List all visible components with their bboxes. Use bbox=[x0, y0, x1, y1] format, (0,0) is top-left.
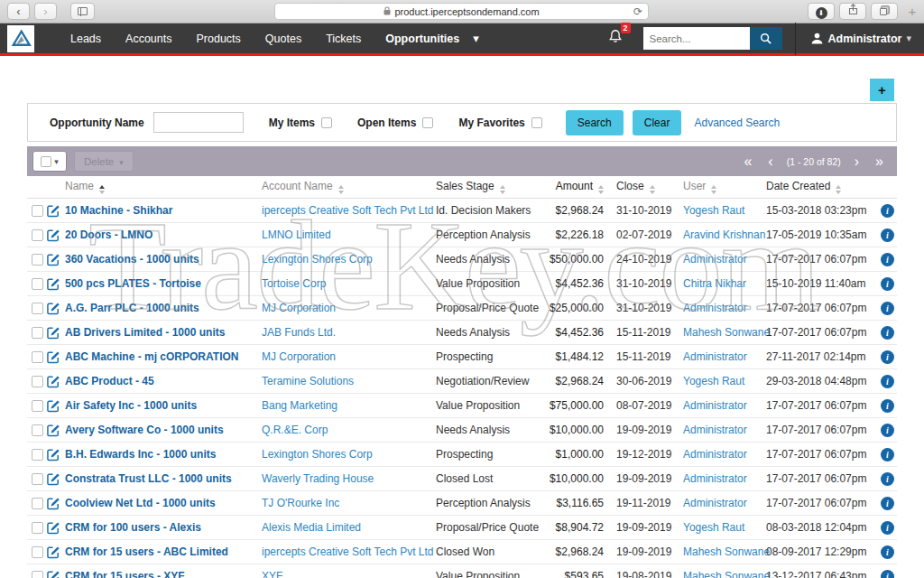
edit-icon[interactable] bbox=[47, 204, 60, 218]
opportunity-name-link[interactable]: 10 Machine - Shikhar bbox=[65, 204, 172, 217]
row-checkbox[interactable] bbox=[32, 327, 43, 339]
opportunity-name-link[interactable]: Coolview Net Ltd - 1000 units bbox=[65, 497, 216, 509]
account-name-link[interactable]: XYF bbox=[262, 570, 282, 578]
open-items-checkbox[interactable] bbox=[422, 117, 433, 128]
account-name-link[interactable]: LMNO Limited bbox=[262, 228, 331, 241]
address-bar[interactable]: product.iperceptsondemand.com ⟳ bbox=[274, 3, 649, 20]
opportunity-name-input[interactable] bbox=[153, 112, 244, 133]
global-search-input[interactable] bbox=[643, 27, 750, 50]
user-link[interactable]: Mahesh Sonwane bbox=[683, 326, 770, 339]
user-link[interactable]: Chitra Nikhar bbox=[683, 277, 746, 290]
info-icon[interactable]: i bbox=[881, 302, 894, 315]
account-name-link[interactable]: JAB Funds Ltd. bbox=[262, 326, 336, 339]
account-name-link[interactable]: TJ O'Rourke Inc bbox=[262, 497, 339, 509]
reload-icon[interactable]: ⟳ bbox=[633, 5, 642, 18]
info-icon[interactable]: i bbox=[881, 521, 894, 535]
menu-item-accounts[interactable]: Accounts bbox=[125, 33, 171, 45]
user-link[interactable]: Yogesh Raut bbox=[683, 521, 744, 534]
row-checkbox[interactable] bbox=[32, 571, 43, 578]
edit-icon[interactable] bbox=[47, 570, 60, 578]
next-page-button[interactable]: › bbox=[855, 154, 859, 169]
account-name-link[interactable]: Teramine Solutions bbox=[262, 375, 354, 387]
row-checkbox[interactable] bbox=[32, 351, 43, 363]
menu-item-quotes[interactable]: Quotes bbox=[265, 33, 301, 45]
account-name-link[interactable]: Alexis Media Limited bbox=[262, 521, 361, 534]
user-link[interactable]: Yogesh Raut bbox=[683, 375, 744, 387]
chevron-down-icon[interactable]: ▾ bbox=[473, 32, 479, 45]
opportunity-name-link[interactable]: 500 pcs PLATES - Tortoise bbox=[65, 277, 201, 290]
edit-icon[interactable] bbox=[47, 472, 60, 486]
column-header-stage[interactable]: Sales Stage bbox=[436, 180, 541, 194]
last-page-button[interactable]: » bbox=[875, 154, 883, 169]
row-checkbox[interactable] bbox=[32, 376, 43, 387]
row-checkbox[interactable] bbox=[32, 229, 43, 241]
info-icon[interactable]: i bbox=[881, 424, 894, 437]
tabs-overview-button[interactable] bbox=[871, 3, 898, 20]
column-header-name[interactable]: Name bbox=[65, 180, 262, 194]
account-name-link[interactable]: Waverly Trading House bbox=[262, 472, 374, 485]
column-header-account[interactable]: Account Name bbox=[262, 180, 436, 194]
opportunity-name-link[interactable]: CRM for 15 users - ABC Limited bbox=[65, 545, 228, 558]
edit-icon[interactable] bbox=[47, 424, 60, 437]
row-checkbox[interactable] bbox=[32, 278, 43, 290]
row-checkbox[interactable] bbox=[32, 449, 43, 461]
info-icon[interactable]: i bbox=[881, 448, 894, 461]
row-checkbox[interactable] bbox=[32, 254, 43, 266]
column-header-close[interactable]: Close bbox=[604, 180, 670, 194]
opportunity-name-link[interactable]: ABC Product - 45 bbox=[65, 375, 154, 387]
opportunity-name-link[interactable]: CRM for 15 users - XYF bbox=[65, 570, 185, 578]
info-icon[interactable]: i bbox=[881, 326, 894, 340]
account-name-link[interactable]: ipercepts Creative Soft Tech Pvt Ltd bbox=[262, 545, 434, 558]
info-icon[interactable]: i bbox=[881, 570, 894, 578]
info-icon[interactable]: i bbox=[881, 204, 894, 218]
edit-icon[interactable] bbox=[47, 375, 60, 388]
info-icon[interactable]: i bbox=[881, 399, 894, 413]
prev-page-button[interactable]: ‹ bbox=[768, 154, 772, 169]
row-checkbox[interactable] bbox=[32, 400, 43, 412]
user-link[interactable]: Administrator bbox=[683, 472, 747, 485]
row-checkbox[interactable] bbox=[32, 522, 43, 534]
edit-icon[interactable] bbox=[47, 253, 60, 266]
opportunity-name-link[interactable]: B.H. Edwards Inc - 1000 units bbox=[65, 448, 216, 461]
user-link[interactable]: Administrator bbox=[683, 399, 747, 412]
opportunity-name-link[interactable]: 20 Doors - LMNO bbox=[65, 228, 152, 241]
opportunity-name-link[interactable]: 360 Vacations - 1000 units bbox=[65, 253, 199, 266]
column-header-user[interactable]: User bbox=[670, 180, 761, 194]
clear-button[interactable]: Clear bbox=[633, 110, 682, 135]
edit-icon[interactable] bbox=[47, 277, 60, 291]
user-link[interactable]: Administrator bbox=[683, 253, 747, 266]
user-menu[interactable]: Administrator ▾ bbox=[810, 32, 911, 45]
row-checkbox[interactable] bbox=[32, 473, 43, 485]
account-name-link[interactable]: Bang Marketing bbox=[262, 399, 337, 412]
info-icon[interactable]: i bbox=[881, 497, 894, 510]
select-all-dropdown[interactable]: ▾ bbox=[32, 151, 67, 172]
edit-icon[interactable] bbox=[47, 228, 60, 242]
select-all-checkbox[interactable] bbox=[41, 156, 51, 167]
opportunity-name-link[interactable]: ABC Machine - mj cORPORATION bbox=[65, 350, 238, 363]
browser-back-button[interactable]: ‹ bbox=[7, 3, 30, 20]
notifications-button[interactable]: 2 bbox=[607, 28, 624, 49]
column-header-created[interactable]: Date Created bbox=[761, 180, 878, 194]
edit-icon[interactable] bbox=[47, 497, 60, 510]
user-link[interactable]: Mahesh Sonwane bbox=[683, 545, 770, 558]
row-checkbox[interactable] bbox=[32, 424, 43, 436]
my-favorites-checkbox[interactable] bbox=[531, 117, 542, 128]
opportunity-name-link[interactable]: AB Drivers Limited - 1000 units bbox=[65, 326, 225, 339]
account-name-link[interactable]: Lexington Shores Corp bbox=[262, 448, 373, 461]
user-link[interactable]: Mahesh Sonwane bbox=[683, 570, 770, 578]
downloads-button[interactable]: ⬇ bbox=[808, 3, 835, 20]
account-name-link[interactable]: MJ Corporation bbox=[262, 350, 336, 363]
info-icon[interactable]: i bbox=[881, 545, 894, 559]
info-icon[interactable]: i bbox=[881, 253, 894, 266]
edit-icon[interactable] bbox=[47, 399, 60, 413]
user-link[interactable]: Administrator bbox=[683, 350, 747, 363]
row-checkbox[interactable] bbox=[32, 205, 43, 217]
edit-icon[interactable] bbox=[47, 545, 60, 559]
global-search-button[interactable] bbox=[750, 27, 782, 50]
search-button[interactable]: Search bbox=[566, 110, 624, 135]
user-link[interactable]: Aravind Krishnan bbox=[683, 228, 765, 241]
column-header-amount[interactable]: Amount bbox=[541, 180, 604, 194]
user-link[interactable]: Administrator bbox=[683, 448, 747, 461]
share-button[interactable] bbox=[839, 3, 866, 20]
account-name-link[interactable]: MJ Corporation bbox=[262, 302, 336, 314]
